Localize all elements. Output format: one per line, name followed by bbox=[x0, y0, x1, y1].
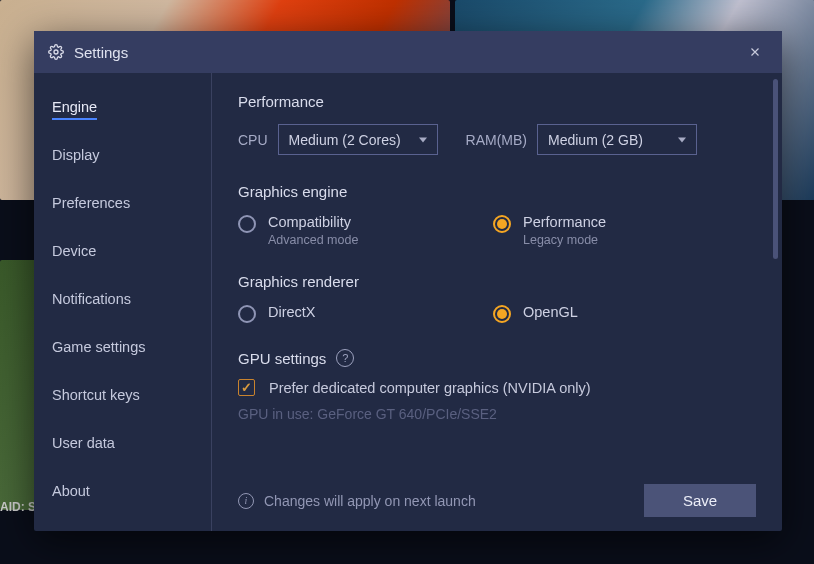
svg-point-0 bbox=[54, 50, 58, 54]
settings-modal: Settings Engine Display Preferences Devi… bbox=[34, 31, 782, 531]
sidebar-item-shortcut-keys[interactable]: Shortcut keys bbox=[52, 377, 211, 413]
modal-header: Settings bbox=[34, 31, 782, 73]
gpu-settings-header: GPU settings ? bbox=[238, 349, 756, 367]
sidebar-item-notifications[interactable]: Notifications bbox=[52, 281, 211, 317]
sidebar-item-label: Engine bbox=[52, 99, 97, 120]
graphics-renderer-opengl[interactable]: OpenGL bbox=[493, 304, 748, 323]
sidebar-item-label: User data bbox=[52, 435, 115, 451]
footer-info-text: Changes will apply on next launch bbox=[264, 493, 476, 509]
radio-label: OpenGL bbox=[523, 304, 578, 320]
radio-sublabel: Legacy mode bbox=[523, 233, 606, 247]
sidebar-item-label: Game settings bbox=[52, 339, 146, 355]
content-scrollbar[interactable] bbox=[773, 79, 778, 259]
info-icon: i bbox=[238, 493, 254, 509]
sidebar-item-label: Notifications bbox=[52, 291, 131, 307]
performance-row: CPU Medium (2 Cores) RAM(MB) Medium (2 G… bbox=[238, 124, 756, 155]
chevron-down-icon bbox=[419, 137, 427, 142]
graphics-renderer-directx[interactable]: DirectX bbox=[238, 304, 493, 323]
save-button[interactable]: Save bbox=[644, 484, 756, 517]
checkbox-icon bbox=[238, 379, 255, 396]
sidebar-item-device[interactable]: Device bbox=[52, 233, 211, 269]
radio-label: DirectX bbox=[268, 304, 316, 320]
cpu-dropdown[interactable]: Medium (2 Cores) bbox=[278, 124, 438, 155]
ram-label: RAM(MB) bbox=[466, 132, 527, 148]
radio-icon bbox=[493, 215, 511, 233]
gear-icon bbox=[48, 44, 64, 60]
sidebar-item-label: Display bbox=[52, 147, 100, 163]
bg-caption: AID: S bbox=[0, 500, 36, 514]
sidebar-item-preferences[interactable]: Preferences bbox=[52, 185, 211, 221]
settings-footer: i Changes will apply on next launch Save bbox=[238, 484, 756, 517]
section-title-gpu: GPU settings bbox=[238, 350, 326, 367]
graphics-engine-row: Compatibility Advanced mode Performance … bbox=[238, 214, 756, 247]
graphics-engine-compatibility[interactable]: Compatibility Advanced mode bbox=[238, 214, 493, 247]
radio-icon bbox=[238, 305, 256, 323]
sidebar-item-engine[interactable]: Engine bbox=[52, 89, 211, 125]
sidebar-item-user-data[interactable]: User data bbox=[52, 425, 211, 461]
section-title-graphics-engine: Graphics engine bbox=[238, 183, 756, 200]
close-button[interactable] bbox=[742, 39, 768, 65]
sidebar-item-about[interactable]: About bbox=[52, 473, 211, 509]
ram-dropdown[interactable]: Medium (2 GB) bbox=[537, 124, 697, 155]
chevron-down-icon bbox=[678, 137, 686, 142]
radio-sublabel: Advanced mode bbox=[268, 233, 358, 247]
radio-label: Performance bbox=[523, 214, 606, 230]
settings-content: Performance CPU Medium (2 Cores) RAM(MB)… bbox=[212, 73, 782, 531]
sidebar-item-label: Preferences bbox=[52, 195, 130, 211]
cpu-label: CPU bbox=[238, 132, 268, 148]
sidebar-item-game-settings[interactable]: Game settings bbox=[52, 329, 211, 365]
section-title-graphics-renderer: Graphics renderer bbox=[238, 273, 756, 290]
help-icon[interactable]: ? bbox=[336, 349, 354, 367]
sidebar-item-display[interactable]: Display bbox=[52, 137, 211, 173]
sidebar-item-label: About bbox=[52, 483, 90, 499]
graphics-renderer-row: DirectX OpenGL bbox=[238, 304, 756, 323]
gpu-in-use-text: GPU in use: GeForce GT 640/PCIe/SSE2 bbox=[238, 406, 756, 422]
prefer-dedicated-row[interactable]: Prefer dedicated computer graphics (NVID… bbox=[238, 379, 756, 396]
settings-sidebar: Engine Display Preferences Device Notifi… bbox=[34, 73, 212, 531]
sidebar-item-label: Shortcut keys bbox=[52, 387, 140, 403]
footer-info: i Changes will apply on next launch bbox=[238, 493, 476, 509]
radio-icon bbox=[238, 215, 256, 233]
prefer-dedicated-label: Prefer dedicated computer graphics (NVID… bbox=[269, 380, 591, 396]
sidebar-item-label: Device bbox=[52, 243, 96, 259]
section-title-performance: Performance bbox=[238, 93, 756, 110]
modal-body: Engine Display Preferences Device Notifi… bbox=[34, 73, 782, 531]
cpu-value: Medium (2 Cores) bbox=[289, 132, 401, 148]
ram-value: Medium (2 GB) bbox=[548, 132, 643, 148]
radio-icon bbox=[493, 305, 511, 323]
graphics-engine-performance[interactable]: Performance Legacy mode bbox=[493, 214, 748, 247]
radio-label: Compatibility bbox=[268, 214, 358, 230]
modal-title: Settings bbox=[74, 44, 742, 61]
